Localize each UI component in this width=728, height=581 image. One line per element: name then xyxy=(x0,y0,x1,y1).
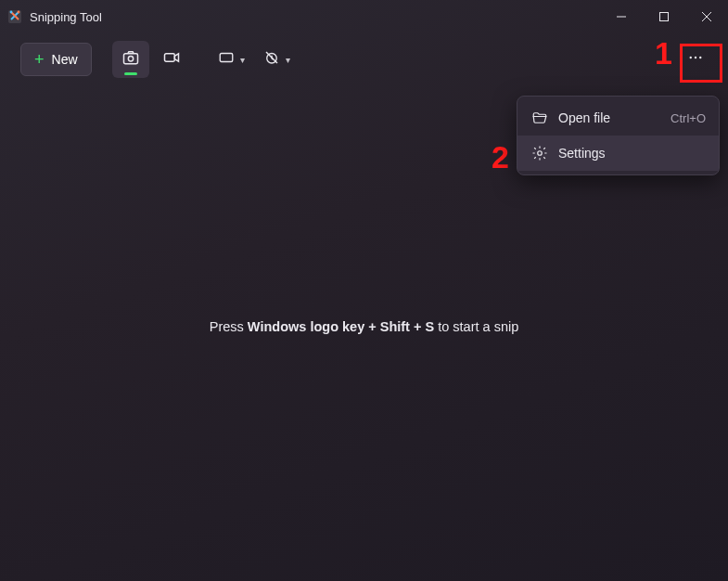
svg-rect-9 xyxy=(164,54,174,61)
chevron-down-icon: ▾ xyxy=(286,55,290,65)
options-group: ▾ ▾ xyxy=(211,41,298,78)
no-delay-icon xyxy=(263,49,280,70)
more-menu: Open file Ctrl+O Settings xyxy=(517,96,720,175)
close-button[interactable] xyxy=(685,0,728,33)
delay-dropdown[interactable]: ▾ xyxy=(256,41,298,78)
chevron-down-icon: ▾ xyxy=(240,55,245,65)
menu-item-settings[interactable]: Settings xyxy=(517,136,719,171)
svg-point-1 xyxy=(10,11,13,14)
svg-rect-10 xyxy=(220,54,233,62)
maximize-button[interactable] xyxy=(643,0,685,33)
instruction-shortcut: Windows logo key + Shift + S xyxy=(248,319,434,334)
svg-rect-7 xyxy=(123,54,137,64)
svg-point-12 xyxy=(690,57,692,58)
folder-open-icon xyxy=(530,109,549,127)
more-button[interactable] xyxy=(678,44,713,75)
menu-item-label: Open file xyxy=(558,110,671,125)
app-icon xyxy=(7,9,22,24)
menu-item-open-file[interactable]: Open file Ctrl+O xyxy=(517,100,719,136)
plus-icon: + xyxy=(34,51,45,68)
menu-item-accel: Ctrl+O xyxy=(671,111,706,125)
video-icon xyxy=(162,48,181,71)
gear-icon xyxy=(530,144,549,162)
ellipsis-icon xyxy=(687,49,704,70)
svg-point-14 xyxy=(699,57,701,58)
new-button[interactable]: + New xyxy=(20,43,92,76)
annotation-number-2: 2 xyxy=(492,139,509,175)
window-controls xyxy=(600,0,728,33)
new-button-label: New xyxy=(52,52,78,67)
instruction-suffix: to start a snip xyxy=(434,319,518,334)
instruction-prefix: Press xyxy=(210,319,248,334)
app-window: Snipping Tool + New xyxy=(0,0,728,581)
photo-mode-button[interactable] xyxy=(112,41,149,78)
window-title: Snipping Tool xyxy=(30,10,102,24)
minimize-button[interactable] xyxy=(600,0,643,33)
svg-rect-4 xyxy=(660,13,669,21)
video-mode-button[interactable] xyxy=(153,41,190,78)
svg-point-8 xyxy=(128,57,133,61)
instruction-text: Press Windows logo key + Shift + S to st… xyxy=(0,319,728,334)
capture-mode-group xyxy=(112,41,190,78)
titlebar: Snipping Tool xyxy=(0,0,728,33)
svg-point-13 xyxy=(695,57,696,58)
snip-shape-dropdown[interactable]: ▾ xyxy=(211,41,252,78)
camera-icon xyxy=(121,48,140,71)
menu-item-label: Settings xyxy=(558,146,706,161)
rect-mode-icon xyxy=(218,49,235,70)
toolbar: + New xyxy=(0,33,728,85)
svg-point-15 xyxy=(538,151,543,156)
svg-point-2 xyxy=(18,11,20,14)
